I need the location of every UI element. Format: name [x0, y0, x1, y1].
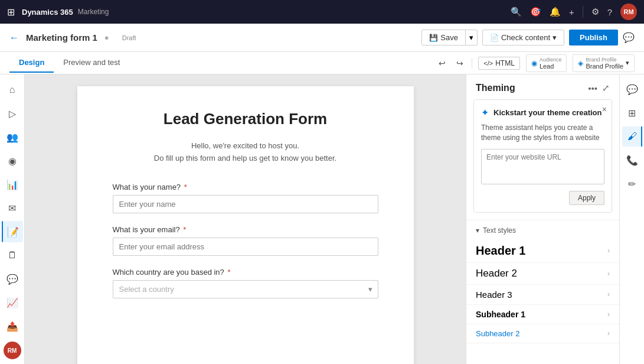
kickstart-close-button[interactable]: × — [602, 105, 607, 114]
header3-label: Header 3 — [476, 290, 512, 300]
text-styles-chevron: ▾ — [476, 226, 479, 235]
header1-chevron: › — [607, 246, 610, 255]
sidebar-item-contacts[interactable]: 👥 — [2, 126, 23, 148]
brand-area: Dynamics 365 Marketing — [22, 8, 109, 17]
avatar[interactable]: RM — [620, 4, 637, 20]
secondary-header: ← Marketing form 1 ● Draft 💾 Save ▾ 📄 Ch… — [0, 24, 644, 52]
apply-button[interactable]: Apply — [569, 191, 604, 205]
subheader1-label: Subheader 1 — [476, 310, 525, 319]
kickstart-description: Theme assistant helps you create a theme… — [481, 123, 604, 143]
style-item-header2[interactable]: Header 2 › — [466, 263, 619, 285]
panel-header: Theming ••• ⤢ — [466, 74, 619, 99]
panel-expand-icon[interactable]: ⤢ — [602, 83, 610, 93]
redo-button[interactable]: ↪ — [454, 56, 466, 70]
grid-icon[interactable]: ⊞ — [7, 6, 15, 18]
chat-icon[interactable]: 💬 — [623, 32, 635, 43]
country-required: * — [227, 268, 230, 277]
sidebar-item-chat[interactable]: 💬 — [2, 268, 23, 290]
email-required: * — [183, 225, 186, 234]
header2-chevron: › — [607, 269, 610, 278]
kickstart-title: Kickstart your theme creation — [493, 108, 602, 117]
subheader2-label: Subheader 2 — [476, 329, 519, 338]
text-styles-section[interactable]: ▾ Text styles — [466, 220, 619, 239]
tab-design[interactable]: Design — [9, 53, 54, 73]
top-nav-right: 🔍 🎯 🔔 + ⚙ ? RM — [511, 4, 637, 20]
kickstart-card: × ✦ Kickstart your theme creation Theme … — [473, 99, 612, 213]
panel-title: Theming — [476, 83, 515, 93]
right-panel: Theming ••• ⤢ × ✦ Kickstart your theme c… — [466, 74, 619, 364]
undo-button[interactable]: ↩ — [436, 56, 448, 70]
back-button[interactable]: ← — [9, 32, 19, 43]
notification-icon[interactable]: 🔔 — [550, 6, 561, 17]
save-button[interactable]: 💾 Save — [422, 30, 466, 45]
left-sidebar: ⌂ ▷ 👥 ◉ 📊 ✉ 📝 🗒 💬 📈 📤 RM — [0, 74, 25, 364]
tab-actions: ↩ ↪ </> HTML ◉ Audience Lead ◈ Brand Pro… — [436, 54, 635, 72]
help-icon[interactable]: ? — [607, 7, 612, 17]
far-right-icon-phone[interactable]: 📞 — [622, 150, 642, 170]
sidebar-item-insights[interactable]: 📊 — [2, 174, 23, 195]
module-name: Marketing — [78, 8, 109, 16]
country-label: Which country are you based in? * — [113, 268, 378, 277]
header-actions: 💾 Save ▾ 📄 Check content ▾ Publish 💬 — [421, 30, 635, 46]
form-canvas: Lead Generation Form Hello, we're excite… — [77, 86, 414, 364]
website-url-input[interactable] — [481, 149, 604, 184]
tab-preview[interactable]: Preview and test — [54, 53, 129, 73]
header2-label: Header 2 — [476, 268, 517, 280]
brand-name: Dynamics 365 — [22, 8, 73, 17]
kickstart-header: ✦ Kickstart your theme creation — [481, 107, 604, 118]
form-heading: Lead Generation Form — [113, 110, 378, 128]
name-field-group: What is your name? * — [113, 183, 378, 213]
panel-more-icon[interactable]: ••• — [588, 83, 597, 93]
sidebar-item-export[interactable]: 📤 — [2, 316, 23, 337]
brand-chevron: ▾ — [626, 59, 629, 67]
far-right-icon-theme[interactable]: 🖌 — [622, 126, 642, 147]
check-content-button[interactable]: 📄 Check content ▾ — [482, 30, 564, 46]
email-input[interactable] — [113, 238, 378, 256]
form-title: Marketing form 1 — [26, 32, 97, 43]
country-field-group: Which country are you based in? * Select… — [113, 268, 378, 298]
far-right-panel: 💬 ⊞ 🖌 📞 ✏ — [619, 74, 644, 364]
divider — [472, 58, 472, 69]
style-item-header1[interactable]: Header 1 › — [466, 239, 619, 263]
style-item-subheader2[interactable]: Subheader 2 › — [466, 324, 619, 343]
sidebar-item-analytics[interactable]: 📈 — [2, 292, 23, 313]
style-item-header3[interactable]: Header 3 › — [466, 285, 619, 305]
target-icon[interactable]: 🎯 — [530, 6, 541, 17]
publish-button[interactable]: Publish — [569, 30, 618, 46]
far-right-icon-edit[interactable]: ✏ — [622, 174, 642, 194]
main-layout: ⌂ ▷ 👥 ◉ 📊 ✉ 📝 🗒 💬 📈 📤 RM Lead Generation… — [0, 74, 644, 364]
search-icon[interactable]: 🔍 — [511, 6, 522, 17]
sidebar-item-forms[interactable]: 📝 — [2, 221, 23, 242]
style-item-subheader1[interactable]: Subheader 1 › — [466, 305, 619, 324]
sidebar-item-arrow[interactable]: ▷ — [2, 103, 23, 124]
form-subtitle: Hello, we're excited to host you. Do fil… — [113, 140, 378, 165]
sidebar-item-segments[interactable]: ◉ — [2, 150, 23, 171]
subheader1-chevron: › — [607, 310, 610, 318]
name-required: * — [184, 183, 187, 191]
header1-label: Header 1 — [476, 244, 526, 258]
nav-divider — [583, 6, 583, 18]
panel-header-actions: ••• ⤢ — [588, 83, 610, 93]
brand-profile-button[interactable]: ◈ Brand Profile Brand Profile ▾ — [573, 54, 635, 72]
sidebar-item-home[interactable]: ⌂ — [2, 79, 23, 100]
html-button[interactable]: </> HTML — [478, 57, 520, 70]
far-right-icon-elements[interactable]: ⊞ — [622, 103, 642, 123]
far-right-icon-notifications[interactable]: 💬 — [622, 79, 642, 99]
user-avatar-sidebar[interactable]: RM — [4, 342, 21, 359]
check-content-chevron: ▾ — [553, 33, 557, 42]
save-dropdown-button[interactable]: ▾ — [466, 30, 477, 45]
name-label: What is your name? * — [113, 183, 378, 191]
plus-icon[interactable]: + — [569, 7, 574, 17]
sidebar-item-pages[interactable]: 🗒 — [2, 245, 23, 266]
header3-chevron: › — [607, 290, 610, 298]
country-select[interactable]: Select a country — [113, 280, 378, 298]
email-field-group: What is your email? * — [113, 225, 378, 256]
save-button-group: 💾 Save ▾ — [421, 30, 478, 46]
canvas-area: Lead Generation Form Hello, we're excite… — [25, 74, 466, 364]
name-input[interactable] — [113, 195, 378, 213]
sidebar-item-email[interactable]: ✉ — [2, 197, 23, 219]
settings-icon[interactable]: ⚙ — [591, 6, 599, 17]
email-label: What is your email? * — [113, 225, 378, 234]
country-select-wrapper: Select a country ▾ — [113, 280, 378, 298]
audience-button[interactable]: ◉ Audience Lead — [526, 54, 567, 72]
